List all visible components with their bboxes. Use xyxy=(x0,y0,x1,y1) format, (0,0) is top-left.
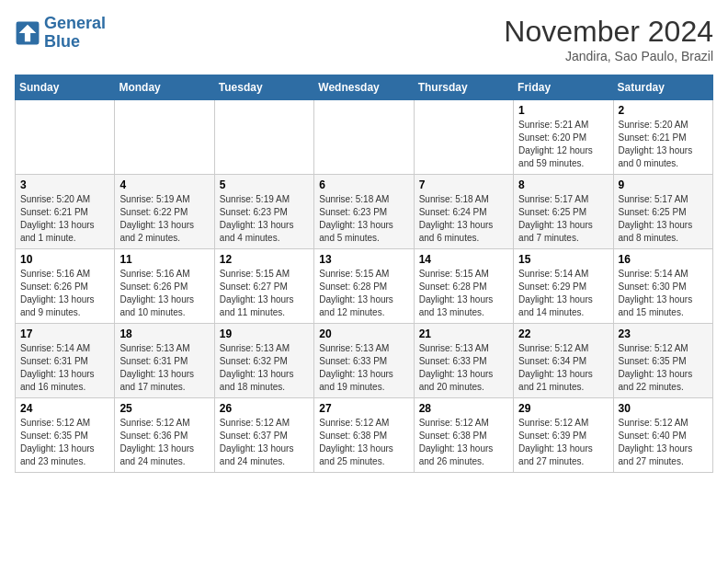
day-number: 14 xyxy=(419,253,508,266)
calendar-cell: 30Sunrise: 5:12 AM Sunset: 6:40 PM Dayli… xyxy=(613,398,712,473)
day-number: 22 xyxy=(518,327,608,340)
day-number: 21 xyxy=(419,327,508,340)
day-number: 3 xyxy=(20,178,109,191)
day-number: 18 xyxy=(119,327,209,340)
calendar-cell: 19Sunrise: 5:13 AM Sunset: 6:32 PM Dayli… xyxy=(214,324,313,398)
calendar-cell: 29Sunrise: 5:12 AM Sunset: 6:39 PM Dayli… xyxy=(514,398,613,473)
weekday-header-friday: Friday xyxy=(514,75,613,100)
day-number: 28 xyxy=(419,402,508,415)
calendar-cell: 28Sunrise: 5:12 AM Sunset: 6:38 PM Dayli… xyxy=(414,398,513,473)
week-row-4: 17Sunrise: 5:14 AM Sunset: 6:31 PM Dayli… xyxy=(16,324,713,398)
calendar-cell: 15Sunrise: 5:14 AM Sunset: 6:29 PM Dayli… xyxy=(514,249,613,324)
day-info: Sunrise: 5:12 AM Sunset: 6:35 PM Dayligh… xyxy=(619,342,708,394)
month-title: November 2024 xyxy=(504,15,713,49)
logo-text: General Blue xyxy=(44,15,106,52)
title-block: November 2024 Jandira, Sao Paulo, Brazil xyxy=(504,15,713,63)
day-info: Sunrise: 5:14 AM Sunset: 6:29 PM Dayligh… xyxy=(518,268,608,319)
day-info: Sunrise: 5:13 AM Sunset: 6:33 PM Dayligh… xyxy=(419,342,508,394)
day-info: Sunrise: 5:14 AM Sunset: 6:31 PM Dayligh… xyxy=(20,342,109,394)
day-number: 12 xyxy=(220,253,309,266)
day-number: 23 xyxy=(619,327,708,340)
day-info: Sunrise: 5:19 AM Sunset: 6:22 PM Dayligh… xyxy=(119,193,209,245)
week-row-3: 10Sunrise: 5:16 AM Sunset: 6:26 PM Dayli… xyxy=(16,249,713,324)
day-info: Sunrise: 5:18 AM Sunset: 6:23 PM Dayligh… xyxy=(319,193,408,245)
day-info: Sunrise: 5:13 AM Sunset: 6:32 PM Dayligh… xyxy=(220,342,309,394)
day-number: 24 xyxy=(20,402,109,415)
weekday-header-thursday: Thursday xyxy=(414,75,513,100)
day-number: 26 xyxy=(220,402,309,415)
day-number: 1 xyxy=(518,104,608,117)
day-number: 20 xyxy=(319,327,408,340)
calendar-cell: 9Sunrise: 5:17 AM Sunset: 6:25 PM Daylig… xyxy=(613,175,712,249)
day-number: 5 xyxy=(220,178,309,191)
calendar-cell: 5Sunrise: 5:19 AM Sunset: 6:23 PM Daylig… xyxy=(214,175,313,249)
day-info: Sunrise: 5:15 AM Sunset: 6:28 PM Dayligh… xyxy=(319,268,408,319)
calendar-cell: 2Sunrise: 5:20 AM Sunset: 6:21 PM Daylig… xyxy=(613,100,712,175)
day-info: Sunrise: 5:12 AM Sunset: 6:34 PM Dayligh… xyxy=(518,342,608,394)
calendar-cell: 26Sunrise: 5:12 AM Sunset: 6:37 PM Dayli… xyxy=(214,398,313,473)
calendar-cell xyxy=(214,100,313,175)
calendar-cell xyxy=(16,100,115,175)
day-info: Sunrise: 5:12 AM Sunset: 6:36 PM Dayligh… xyxy=(119,417,209,468)
day-number: 2 xyxy=(619,104,708,117)
week-row-5: 24Sunrise: 5:12 AM Sunset: 6:35 PM Dayli… xyxy=(16,398,713,473)
day-info: Sunrise: 5:12 AM Sunset: 6:38 PM Dayligh… xyxy=(419,417,508,468)
day-number: 9 xyxy=(619,178,708,191)
day-number: 27 xyxy=(319,402,408,415)
calendar-cell: 3Sunrise: 5:20 AM Sunset: 6:21 PM Daylig… xyxy=(16,175,115,249)
calendar-cell: 7Sunrise: 5:18 AM Sunset: 6:24 PM Daylig… xyxy=(414,175,513,249)
weekday-header-wednesday: Wednesday xyxy=(314,75,414,100)
calendar-cell: 11Sunrise: 5:16 AM Sunset: 6:26 PM Dayli… xyxy=(115,249,214,324)
day-info: Sunrise: 5:16 AM Sunset: 6:26 PM Dayligh… xyxy=(20,268,109,319)
day-info: Sunrise: 5:12 AM Sunset: 6:38 PM Dayligh… xyxy=(319,417,408,468)
logo: General Blue xyxy=(15,15,106,52)
calendar-cell: 1Sunrise: 5:21 AM Sunset: 6:20 PM Daylig… xyxy=(514,100,613,175)
day-info: Sunrise: 5:21 AM Sunset: 6:20 PM Dayligh… xyxy=(518,119,608,170)
day-number: 13 xyxy=(319,253,408,266)
day-number: 8 xyxy=(518,178,608,191)
day-info: Sunrise: 5:13 AM Sunset: 6:33 PM Dayligh… xyxy=(319,342,408,394)
day-info: Sunrise: 5:19 AM Sunset: 6:23 PM Dayligh… xyxy=(220,193,309,245)
calendar-cell: 12Sunrise: 5:15 AM Sunset: 6:27 PM Dayli… xyxy=(214,249,313,324)
day-number: 25 xyxy=(119,402,209,415)
day-info: Sunrise: 5:18 AM Sunset: 6:24 PM Dayligh… xyxy=(419,193,508,245)
weekday-header-saturday: Saturday xyxy=(613,75,712,100)
day-number: 16 xyxy=(619,253,708,266)
day-info: Sunrise: 5:12 AM Sunset: 6:37 PM Dayligh… xyxy=(220,417,309,468)
calendar-cell: 23Sunrise: 5:12 AM Sunset: 6:35 PM Dayli… xyxy=(613,324,712,398)
location: Jandira, Sao Paulo, Brazil xyxy=(504,49,713,63)
weekday-header-monday: Monday xyxy=(115,75,214,100)
calendar-cell: 22Sunrise: 5:12 AM Sunset: 6:34 PM Dayli… xyxy=(514,324,613,398)
day-number: 7 xyxy=(419,178,508,191)
day-info: Sunrise: 5:14 AM Sunset: 6:30 PM Dayligh… xyxy=(619,268,708,319)
day-info: Sunrise: 5:16 AM Sunset: 6:26 PM Dayligh… xyxy=(119,268,209,319)
calendar-cell: 24Sunrise: 5:12 AM Sunset: 6:35 PM Dayli… xyxy=(16,398,115,473)
calendar-cell: 16Sunrise: 5:14 AM Sunset: 6:30 PM Dayli… xyxy=(613,249,712,324)
calendar-cell xyxy=(115,100,214,175)
day-info: Sunrise: 5:17 AM Sunset: 6:25 PM Dayligh… xyxy=(518,193,608,245)
calendar-cell xyxy=(414,100,513,175)
calendar: SundayMondayTuesdayWednesdayThursdayFrid… xyxy=(15,75,713,473)
calendar-cell: 10Sunrise: 5:16 AM Sunset: 6:26 PM Dayli… xyxy=(16,249,115,324)
day-info: Sunrise: 5:12 AM Sunset: 6:35 PM Dayligh… xyxy=(20,417,109,468)
day-info: Sunrise: 5:12 AM Sunset: 6:39 PM Dayligh… xyxy=(518,417,608,468)
calendar-cell: 20Sunrise: 5:13 AM Sunset: 6:33 PM Dayli… xyxy=(314,324,414,398)
day-info: Sunrise: 5:15 AM Sunset: 6:28 PM Dayligh… xyxy=(419,268,508,319)
day-number: 10 xyxy=(20,253,109,266)
day-number: 4 xyxy=(119,178,209,191)
page-header: General Blue November 2024 Jandira, Sao … xyxy=(15,15,713,63)
week-row-1: 1Sunrise: 5:21 AM Sunset: 6:20 PM Daylig… xyxy=(16,100,713,175)
day-number: 29 xyxy=(518,402,608,415)
calendar-cell: 14Sunrise: 5:15 AM Sunset: 6:28 PM Dayli… xyxy=(414,249,513,324)
day-number: 15 xyxy=(518,253,608,266)
day-info: Sunrise: 5:20 AM Sunset: 6:21 PM Dayligh… xyxy=(619,119,708,170)
day-info: Sunrise: 5:15 AM Sunset: 6:27 PM Dayligh… xyxy=(220,268,309,319)
day-number: 30 xyxy=(619,402,708,415)
calendar-cell: 17Sunrise: 5:14 AM Sunset: 6:31 PM Dayli… xyxy=(16,324,115,398)
day-info: Sunrise: 5:17 AM Sunset: 6:25 PM Dayligh… xyxy=(619,193,708,245)
calendar-cell: 25Sunrise: 5:12 AM Sunset: 6:36 PM Dayli… xyxy=(115,398,214,473)
day-number: 11 xyxy=(119,253,209,266)
logo-icon xyxy=(15,20,40,46)
weekday-header-sunday: Sunday xyxy=(16,75,115,100)
day-number: 17 xyxy=(20,327,109,340)
